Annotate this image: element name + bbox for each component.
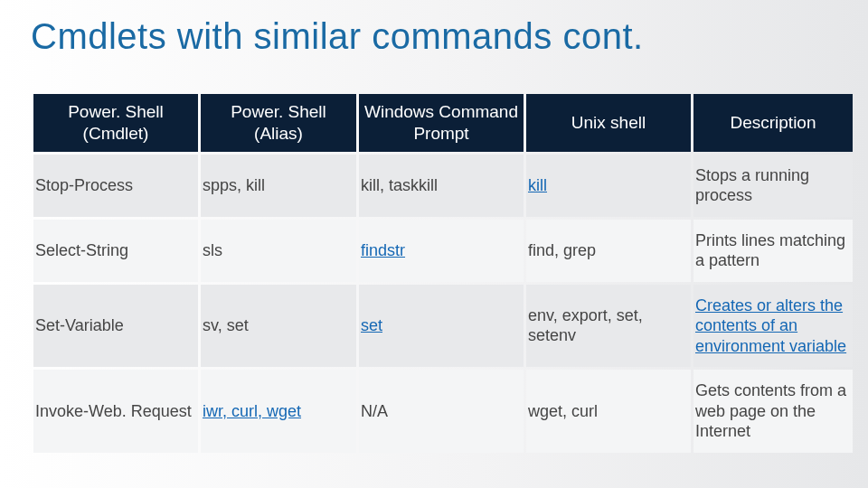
table-row: Set-Variable sv, set set env, export, se… bbox=[33, 285, 853, 368]
cell-unix: find, grep bbox=[526, 220, 691, 282]
desc-link[interactable]: Creates or alters the contents of an env… bbox=[695, 296, 846, 355]
cell-desc: Prints lines matching a pattern bbox=[693, 220, 853, 282]
cell-cmdlet: Stop-Process bbox=[33, 155, 198, 217]
cell-alias: iwr, curl, wget bbox=[201, 370, 356, 453]
cell-alias: spps, kill bbox=[201, 155, 356, 217]
cell-cmd: kill, taskkill bbox=[359, 155, 524, 217]
cell-cmdlet: Set-Variable bbox=[33, 285, 198, 368]
cell-cmdlet: Invoke-Web. Request bbox=[33, 370, 198, 453]
alias-link[interactable]: iwr, curl, wget bbox=[203, 402, 301, 420]
col-header-unix: Unix shell bbox=[526, 94, 691, 152]
table-header-row: Power. Shell (Cmdlet) Power. Shell (Alia… bbox=[33, 94, 853, 152]
cell-alias: sls bbox=[201, 220, 356, 282]
col-header-cmdlet: Power. Shell (Cmdlet) bbox=[33, 94, 198, 152]
cmdlet-comparison-table: Power. Shell (Cmdlet) Power. Shell (Alia… bbox=[31, 91, 855, 455]
col-header-desc: Description bbox=[693, 94, 853, 152]
cell-desc: Stops a running process bbox=[693, 155, 853, 217]
cell-cmdlet: Select-String bbox=[33, 220, 198, 282]
cell-unix: env, export, set, setenv bbox=[526, 285, 691, 368]
cell-cmd: set bbox=[359, 285, 524, 368]
cell-unix: wget, curl bbox=[526, 370, 691, 453]
cell-desc: Gets contents from a web page on the Int… bbox=[693, 370, 853, 453]
slide-title: Cmdlets with similar commands cont. bbox=[31, 16, 837, 57]
cmd-link[interactable]: findstr bbox=[361, 241, 405, 259]
cell-unix: kill bbox=[526, 155, 691, 217]
col-header-cmd: Windows Command Prompt bbox=[359, 94, 524, 152]
cell-cmd: findstr bbox=[359, 220, 524, 282]
col-header-alias: Power. Shell (Alias) bbox=[201, 94, 356, 152]
cell-alias: sv, set bbox=[201, 285, 356, 368]
table-row: Select-String sls findstr find, grep Pri… bbox=[33, 220, 853, 282]
cell-cmd: N/A bbox=[359, 370, 524, 453]
unix-link[interactable]: kill bbox=[528, 176, 547, 194]
table-row: Invoke-Web. Request iwr, curl, wget N/A … bbox=[33, 370, 853, 453]
cmd-link[interactable]: set bbox=[361, 316, 382, 334]
table-row: Stop-Process spps, kill kill, taskkill k… bbox=[33, 155, 853, 217]
cell-desc: Creates or alters the contents of an env… bbox=[693, 285, 853, 368]
